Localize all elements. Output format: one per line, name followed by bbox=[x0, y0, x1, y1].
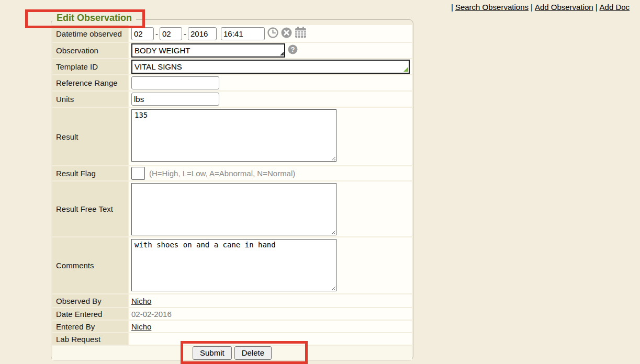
observed-by-link[interactable]: Nicho bbox=[131, 297, 151, 305]
result-flag-hint: (H=High, L=Low, A=Abnormal, N=Normal) bbox=[149, 169, 295, 178]
top-nav: |Search Observations|Add Observation|Add… bbox=[449, 3, 630, 12]
value-entered-by: Nicho bbox=[129, 321, 412, 332]
row-comments: Comments with shoes on and a cane in han… bbox=[52, 237, 412, 293]
row-lab-request: Lab Request bbox=[52, 333, 412, 345]
row-observed-by: Observed By Nicho bbox=[52, 294, 412, 307]
edit-observation-panel: Edit Observation Datetime observed - - bbox=[51, 19, 413, 360]
value-result-free-text bbox=[129, 181, 412, 236]
row-result-flag: Result Flag (H=High, L=Low, A=Abnormal, … bbox=[52, 166, 412, 180]
day-input[interactable] bbox=[160, 27, 182, 40]
label-observation: Observation bbox=[52, 43, 128, 58]
delete-button[interactable]: Delete bbox=[234, 346, 272, 360]
label-date-entered: Date Entered bbox=[52, 308, 128, 320]
label-reference-range: Reference Range bbox=[52, 75, 128, 90]
label-entered-by: Entered By bbox=[52, 321, 128, 332]
row-observation: Observation ? bbox=[52, 43, 412, 58]
year-input[interactable] bbox=[188, 27, 217, 40]
value-datetime-observed: - - bbox=[129, 25, 412, 42]
row-reference-range: Reference Range bbox=[52, 75, 412, 90]
nav-separator: | bbox=[449, 3, 455, 12]
entered-by-link[interactable]: Nicho bbox=[131, 322, 151, 331]
observation-input-wrap bbox=[131, 43, 285, 58]
date-entered-text: 02-02-2016 bbox=[131, 310, 172, 318]
result-flag-input[interactable] bbox=[131, 167, 145, 180]
form-rows: Datetime observed - - Obs bbox=[52, 25, 412, 360]
template-id-input-wrap bbox=[131, 60, 410, 74]
value-result-flag: (H=High, L=Low, A=Abnormal, N=Normal) bbox=[129, 166, 412, 180]
row-result-free-text: Result Free Text bbox=[52, 181, 412, 236]
row-date-entered: Date Entered 02-02-2016 bbox=[52, 308, 412, 320]
date-separator: - bbox=[155, 29, 158, 38]
value-result: 135 bbox=[129, 108, 412, 165]
help-icon[interactable]: ? bbox=[288, 44, 298, 56]
template-id-input[interactable] bbox=[131, 60, 410, 74]
nav-separator: | bbox=[593, 3, 600, 12]
value-lab-request bbox=[129, 333, 412, 345]
date-separator: - bbox=[184, 29, 186, 38]
units-input[interactable] bbox=[131, 93, 219, 106]
row-result: Result 135 bbox=[52, 108, 412, 165]
reference-range-input[interactable] bbox=[131, 76, 219, 89]
result-textarea[interactable]: 135 bbox=[131, 109, 336, 162]
clear-icon[interactable] bbox=[281, 27, 292, 40]
label-datetime-observed: Datetime observed bbox=[52, 25, 128, 42]
label-result-free-text: Result Free Text bbox=[52, 181, 128, 236]
nav-link-add-observation[interactable]: Add Observation bbox=[535, 3, 593, 12]
comments-textarea[interactable]: with shoes on and a cane in hand bbox=[131, 239, 336, 291]
time-input[interactable] bbox=[221, 27, 265, 40]
page-title: Edit Observation bbox=[52, 13, 136, 24]
row-units: Units bbox=[52, 92, 412, 107]
month-input[interactable] bbox=[131, 27, 154, 40]
value-reference-range bbox=[129, 75, 412, 90]
submit-button[interactable]: Submit bbox=[193, 346, 232, 360]
calendar-icon[interactable] bbox=[295, 27, 307, 40]
label-units: Units bbox=[52, 92, 128, 107]
form-footer: Submit Delete bbox=[52, 346, 412, 360]
label-template-id: Template ID bbox=[52, 59, 128, 74]
observation-input[interactable] bbox=[131, 43, 285, 58]
row-entered-by: Entered By Nicho bbox=[52, 321, 412, 332]
value-observed-by: Nicho bbox=[129, 294, 412, 307]
value-date-entered: 02-02-2016 bbox=[129, 308, 412, 320]
result-free-text-textarea[interactable] bbox=[131, 183, 336, 235]
nav-separator: | bbox=[529, 3, 535, 12]
nav-link-add-document[interactable]: Add Doc bbox=[600, 3, 630, 12]
value-observation: ? bbox=[129, 43, 412, 58]
svg-text:?: ? bbox=[291, 46, 295, 53]
label-result-flag: Result Flag bbox=[52, 166, 128, 180]
value-units bbox=[129, 92, 412, 107]
value-comments: with shoes on and a cane in hand bbox=[129, 237, 412, 293]
label-comments: Comments bbox=[52, 237, 128, 293]
row-template-id: Template ID bbox=[52, 59, 412, 74]
label-observed-by: Observed By bbox=[52, 294, 128, 307]
label-lab-request: Lab Request bbox=[52, 333, 128, 345]
label-result: Result bbox=[52, 108, 128, 165]
nav-link-search-observations[interactable]: Search Observations bbox=[455, 3, 529, 12]
clock-icon[interactable] bbox=[267, 27, 278, 40]
row-datetime-observed: Datetime observed - - bbox=[52, 25, 412, 42]
value-template-id bbox=[129, 59, 412, 74]
